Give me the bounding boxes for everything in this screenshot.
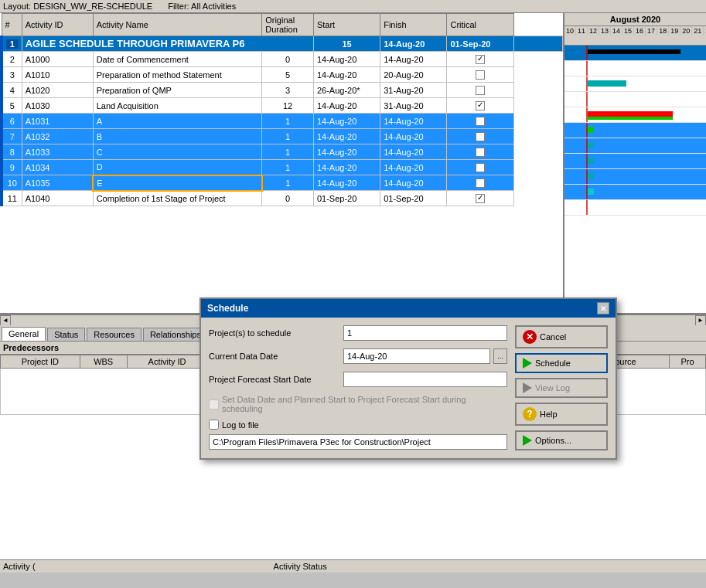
cell-activity-name: D <box>93 160 262 175</box>
cell-activity-id: A1034 <box>22 160 93 175</box>
tab-relationships[interactable]: Relationships <box>143 328 208 341</box>
table-row[interactable]: 11A1040Completion of 1st Stage of Projec… <box>2 191 563 206</box>
cell-finish: 14-Aug-20 <box>380 160 447 175</box>
dialog-titlebar: Schedule ✕ <box>201 299 616 318</box>
checkbox-label: Set Data Date and Planned Start to Proje… <box>222 395 507 413</box>
cell-num: 6 <box>2 114 22 129</box>
gantt-date-cell: 19 <box>669 26 680 36</box>
col-header-num: # <box>2 14 22 36</box>
gantt-row <box>564 61 706 76</box>
forecast-input[interactable] <box>343 372 507 387</box>
cell-activity-id: AGILE SCHEDULE THROUGH PRIMAVERA P6 <box>22 36 313 52</box>
cell-activity-name: E <box>93 175 262 191</box>
cell-finish: 14-Aug-20 <box>380 129 447 144</box>
log-label: Log to file <box>222 420 259 430</box>
dialog-body: Project(s) to schedule Current Data Date… <box>201 318 616 458</box>
projects-label: Project(s) to schedule <box>209 328 340 338</box>
table-row[interactable]: 1AGILE SCHEDULE THROUGH PRIMAVERA P61514… <box>2 36 563 52</box>
cancel-button[interactable]: ✕ Cancel <box>515 325 608 348</box>
schedule-dialog[interactable]: Schedule ✕ Project(s) to schedule Curren… <box>200 297 617 460</box>
cell-activity-name: B <box>93 129 262 144</box>
cell-duration: 1 <box>262 160 314 175</box>
table-row[interactable]: 9A1034D114-Aug-2014-Aug-20 <box>2 160 563 175</box>
schedule-label: Schedule <box>535 359 571 368</box>
cell-critical <box>447 52 513 67</box>
cell-duration: 1 <box>262 114 314 129</box>
log-checkbox[interactable] <box>209 420 219 430</box>
dialog-left-panel: Project(s) to schedule Current Data Date… <box>209 325 507 450</box>
gantt-date-cell: 15 <box>622 26 634 36</box>
cell-finish: 14-Aug-20 <box>380 114 447 129</box>
gantt-rows <box>564 46 706 216</box>
options-button[interactable]: Options... <box>515 430 608 450</box>
table-row[interactable]: 8A1033C114-Aug-2014-Aug-20 <box>2 144 563 160</box>
scroll-right-arrow[interactable]: ► <box>695 315 706 326</box>
gantt-date-cell: 12 <box>588 26 599 36</box>
table-row[interactable]: 4A1020Preparation of QMP326-Aug-20*31-Au… <box>2 83 563 98</box>
table-row[interactable]: 2A1000Date of Commencement014-Aug-2014-A… <box>2 52 563 67</box>
cell-critical <box>447 67 513 83</box>
gantt-bar <box>588 142 594 148</box>
cell-finish: 01-Sep-20 <box>380 191 447 206</box>
options-icon <box>523 435 532 446</box>
gantt-bar <box>588 49 680 54</box>
data-date-line <box>586 123 588 138</box>
cell-activity-id: A1020 <box>22 83 93 98</box>
data-date-input[interactable] <box>343 348 490 364</box>
view-log-button[interactable]: View Log <box>515 378 608 398</box>
table-row[interactable]: 5A1030Land Acquisition1214-Aug-2031-Aug-… <box>2 98 563 114</box>
cell-num: 9 <box>2 160 22 175</box>
help-button[interactable]: ? Help <box>515 403 608 426</box>
data-date-line <box>586 154 588 168</box>
cell-num: 7 <box>2 129 22 144</box>
main-table: # Activity ID Activity Name OriginalDura… <box>0 13 563 206</box>
gantt-row <box>564 154 706 169</box>
projects-input[interactable] <box>343 325 507 341</box>
activity-bottom-label: Activity ( <box>3 562 36 571</box>
bottom-col-header: WBS <box>80 355 127 369</box>
cell-duration: 15 <box>313 36 380 52</box>
schedule-button[interactable]: Schedule <box>515 353 608 373</box>
dialog-title: Schedule <box>207 303 248 314</box>
tab-status[interactable]: Status <box>47 328 85 341</box>
gantt-row <box>564 200 706 216</box>
data-date-line <box>586 169 588 184</box>
tab-resources[interactable]: Resources <box>87 328 142 341</box>
data-date-line <box>586 46 588 60</box>
cell-critical <box>447 144 513 160</box>
checkbox-row: Set Data Date and Planned Start to Proje… <box>209 395 507 413</box>
table-row[interactable]: 3A1010Preparation of method Statement514… <box>2 67 563 83</box>
table-row[interactable]: 6A1031A114-Aug-2014-Aug-20 <box>2 114 563 129</box>
help-label: Help <box>540 410 558 419</box>
dialog-close-button[interactable]: ✕ <box>597 302 609 314</box>
gantt-bar <box>588 189 594 195</box>
cell-duration: 5 <box>262 67 314 83</box>
table-row[interactable]: 7A1032B114-Aug-2014-Aug-20 <box>2 129 563 144</box>
cell-num: 11 <box>2 191 22 206</box>
data-date-line <box>586 92 588 107</box>
cell-duration: 0 <box>262 191 314 206</box>
cell-num: 5 <box>2 98 22 114</box>
file-path-row <box>209 434 507 450</box>
main-area: Layout: DESIGN_WW_RE-SCHEDULE Filter: Al… <box>0 0 706 573</box>
scroll-left-arrow[interactable]: ◄ <box>0 315 11 326</box>
cell-critical <box>447 98 513 114</box>
view-log-label: View Log <box>535 383 570 393</box>
cell-finish: 20-Aug-20 <box>380 67 447 83</box>
col-header-finish: Finish <box>380 14 447 36</box>
gantt-date-cell: 20 <box>680 26 692 36</box>
gantt-bar-2 <box>588 117 673 120</box>
file-path-input[interactable] <box>209 434 507 450</box>
forecast-checkbox[interactable] <box>209 399 219 410</box>
cell-activity-id: A1033 <box>22 144 93 160</box>
data-date-picker-btn[interactable]: ... <box>493 348 507 364</box>
col-header-activity-name: Activity Name <box>93 14 262 36</box>
help-icon: ? <box>523 407 537 421</box>
cell-num: 4 <box>2 83 22 98</box>
cell-start: 14-Aug-20 <box>313 129 380 144</box>
gantt-month: August 2020 <box>564 13 706 26</box>
bottom-col-header: Pro <box>670 355 706 369</box>
table-row[interactable]: 10A1035E114-Aug-2014-Aug-20 <box>2 175 563 191</box>
tab-general[interactable]: General <box>2 327 46 341</box>
gantt-row <box>564 107 706 123</box>
